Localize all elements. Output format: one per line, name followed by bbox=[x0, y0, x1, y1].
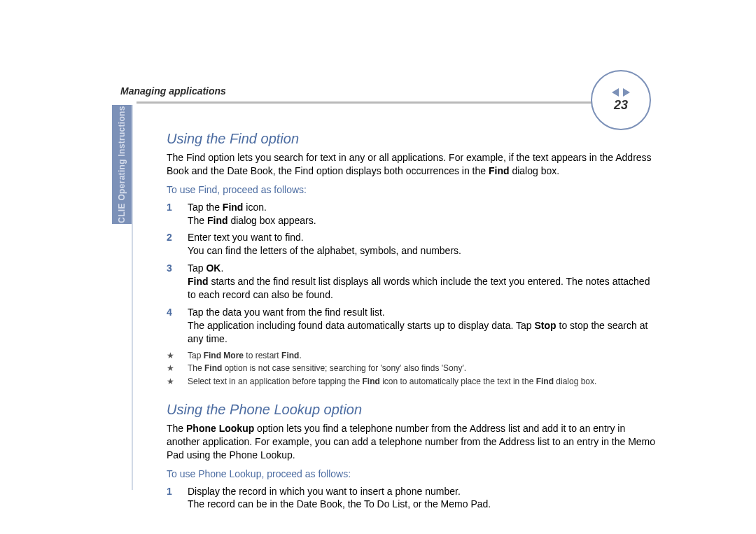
page-number-badge: 23 bbox=[591, 70, 651, 130]
find-subhead: To use Find, proceed as follows: bbox=[167, 183, 657, 197]
step-body: Display the record in which you want to … bbox=[188, 485, 657, 512]
page-number: 23 bbox=[614, 98, 628, 113]
text: option is not case sensitive; searching … bbox=[222, 363, 466, 373]
text-bold: Find bbox=[188, 276, 209, 287]
text-bold: OK bbox=[206, 262, 220, 274]
side-tab: CLIE Operating Instructions bbox=[112, 105, 132, 224]
note-item: ★ Tap Find More to restart Find. bbox=[167, 350, 657, 362]
step-number: 2 bbox=[167, 231, 188, 258]
text: The bbox=[188, 215, 207, 226]
text-bold: Find bbox=[536, 377, 554, 386]
page-content: Using the Find option The Find option le… bbox=[167, 122, 657, 515]
text-bold: Find bbox=[489, 165, 510, 176]
text: The record can be in the Date Book, the … bbox=[188, 498, 491, 510]
phone-step-1: 1 Display the record in which you want t… bbox=[167, 485, 657, 512]
star-icon: ★ bbox=[167, 363, 188, 374]
note-text: Tap Find More to restart Find. bbox=[188, 350, 302, 362]
step-number: 1 bbox=[167, 485, 188, 512]
note-item: ★ Select text in an application before t… bbox=[167, 376, 657, 388]
find-step-1: 1 Tap the Find icon. The Find dialog box… bbox=[167, 201, 657, 227]
text-bold: Find bbox=[363, 377, 380, 386]
arrow-left-icon[interactable] bbox=[612, 88, 619, 97]
note-text: The Find option is not case sensitive; s… bbox=[188, 363, 466, 374]
header-divider bbox=[136, 101, 592, 104]
arrow-right-icon[interactable] bbox=[623, 88, 630, 97]
text: icon. bbox=[243, 202, 266, 213]
text: . bbox=[299, 351, 301, 360]
text: Enter text you want to find. bbox=[188, 232, 304, 243]
step-body: Tap OK. Find starts and the find result … bbox=[188, 262, 657, 302]
text: Tap the bbox=[188, 202, 223, 213]
step-body: Tap the data you want from the find resu… bbox=[188, 306, 657, 346]
step-body: Tap the Find icon. The Find dialog box a… bbox=[188, 201, 657, 227]
text-bold: Find More bbox=[204, 351, 244, 360]
text: Tap bbox=[188, 351, 204, 360]
text-bold: Stop bbox=[535, 320, 556, 331]
find-notes: ★ Tap Find More to restart Find. ★ The F… bbox=[167, 350, 657, 388]
text: dialog box. bbox=[510, 165, 560, 176]
text-bold: Find bbox=[207, 215, 228, 226]
text-bold: Phone Lookup bbox=[186, 423, 254, 434]
text: Tap the data you want from the find resu… bbox=[188, 307, 385, 318]
text-bold: Find bbox=[223, 202, 244, 213]
phone-subhead: To use Phone Lookup, proceed as follows: bbox=[167, 468, 657, 481]
text: dialog box. bbox=[554, 377, 596, 386]
text-bold: Find bbox=[281, 351, 299, 360]
note-text: Select text in an application before tap… bbox=[188, 376, 596, 388]
text: dialog box appears. bbox=[228, 215, 316, 226]
star-icon: ★ bbox=[167, 376, 188, 388]
phone-intro: The Phone Lookup option lets you find a … bbox=[167, 422, 657, 462]
text: You can find the letters of the alphabet… bbox=[188, 245, 461, 256]
step-number: 3 bbox=[167, 262, 188, 302]
text: The Find option lets you search for text… bbox=[167, 152, 652, 176]
text: to restart bbox=[244, 351, 281, 360]
text: The bbox=[188, 363, 204, 373]
find-step-4: 4 Tap the data you want from the find re… bbox=[167, 306, 657, 346]
step-body: Enter text you want to find. You can fin… bbox=[188, 231, 657, 258]
text: Select text in an application before tap… bbox=[188, 377, 363, 386]
side-tab-label: CLIE Operating Instructions bbox=[117, 106, 127, 223]
nav-arrows bbox=[612, 88, 630, 97]
text: starts and the find result list displays… bbox=[188, 276, 650, 300]
heading-find: Using the Find option bbox=[167, 129, 657, 148]
text: Display the record in which you want to … bbox=[188, 486, 461, 497]
text: icon to automatically place the text in … bbox=[380, 377, 536, 386]
text-bold: Find bbox=[204, 363, 222, 373]
note-item: ★ The Find option is not case sensitive;… bbox=[167, 363, 657, 374]
star-icon: ★ bbox=[167, 350, 188, 362]
side-vertical-rule bbox=[132, 105, 133, 490]
text: Tap bbox=[188, 262, 206, 274]
heading-phone-lookup: Using the Phone Lookup option bbox=[167, 400, 657, 419]
text: . bbox=[220, 262, 223, 274]
text: The bbox=[167, 423, 186, 434]
step-number: 4 bbox=[167, 306, 188, 346]
find-intro: The Find option lets you search for text… bbox=[167, 151, 657, 178]
step-number: 1 bbox=[167, 201, 188, 227]
find-step-3: 3 Tap OK. Find starts and the find resul… bbox=[167, 262, 657, 302]
text: The application including found data aut… bbox=[188, 320, 535, 331]
find-step-2: 2 Enter text you want to find. You can f… bbox=[167, 231, 657, 258]
section-header-title: Managing applications bbox=[120, 85, 226, 97]
